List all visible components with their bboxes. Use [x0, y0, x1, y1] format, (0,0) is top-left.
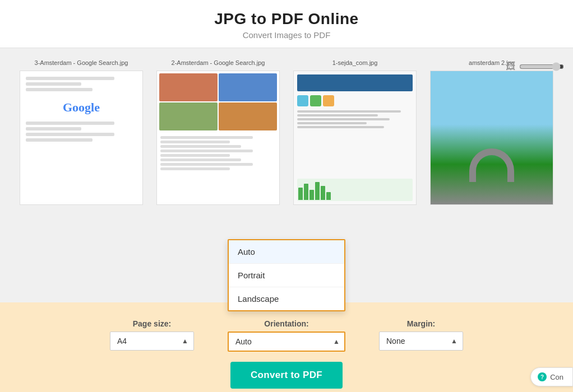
deco-line	[26, 122, 114, 125]
deco-line	[297, 126, 384, 128]
orientation-select-wrapper[interactable]: Auto Portrait Landscape Auto Portrait La…	[228, 332, 345, 352]
page-header: JPG to PDF Online Convert Images to PDF	[0, 0, 573, 48]
dropdown-option-landscape[interactable]: Landscape	[229, 287, 344, 310]
deco-icon	[310, 95, 321, 106]
page-size-group: Page size: A4 A3 Letter ▲	[110, 319, 194, 351]
orientation-group: Orientation: Auto Portrait Landscape Aut…	[228, 319, 345, 352]
margin-select-wrapper: None Small Medium Large ▲	[379, 332, 463, 351]
image-card-2: 2-Amsterdam - Google Search.jpg	[156, 59, 280, 205]
margin-group: Margin: None Small Medium Large ▲	[379, 319, 463, 351]
deco-line	[297, 118, 390, 120]
deco-graph	[297, 179, 413, 201]
dropdown-option-auto[interactable]: Auto	[229, 240, 344, 264]
deco-icon	[297, 95, 308, 106]
images-area: 3-Amsterdam - Google Search.jpg Google 2…	[0, 48, 573, 222]
con-icon: ?	[538, 372, 547, 381]
deco-header	[297, 74, 413, 91]
page-subtitle: Convert Images to PDF	[0, 30, 573, 40]
image-thumb-2[interactable]	[156, 71, 280, 205]
deco-bar	[315, 182, 320, 200]
deco-bar	[326, 192, 331, 200]
margin-select[interactable]: None Small Medium Large	[379, 332, 463, 351]
deco-line	[160, 154, 230, 157]
bottom-panel: Page size: A4 A3 Letter ▲ Orientation: A…	[0, 302, 573, 392]
con-label: Con	[550, 373, 563, 381]
deco-icon	[323, 95, 334, 106]
dropdown-option-portrait[interactable]: Portrait	[229, 264, 344, 287]
deco-line	[160, 158, 241, 161]
deco-line	[160, 145, 241, 148]
image-label-1: 3-Amsterdam - Google Search.jpg	[35, 59, 128, 66]
image-thumb-3[interactable]	[293, 71, 417, 205]
deco-img	[219, 73, 277, 101]
orientation-dropdown[interactable]: Auto Portrait Landscape	[228, 239, 345, 311]
page-size-select-wrapper: A4 A3 Letter ▲	[110, 332, 194, 351]
deco-line	[160, 141, 230, 143]
deco-img	[159, 73, 218, 101]
deco-line	[160, 150, 253, 152]
deco-line	[26, 77, 114, 80]
image-card-3: 1-sejda_com.jpg	[293, 59, 417, 205]
zoom-slider[interactable]	[519, 62, 564, 71]
controls-row: Page size: A4 A3 Letter ▲ Orientation: A…	[0, 319, 573, 352]
deco-line	[26, 88, 93, 91]
deco-line	[160, 163, 253, 166]
orientation-select[interactable]: Auto Portrait Landscape	[228, 332, 345, 352]
convert-button[interactable]: Convert to PDF	[230, 362, 343, 389]
page-size-label: Page size:	[133, 319, 171, 328]
deco-line	[297, 114, 378, 116]
deco-line	[297, 122, 367, 124]
page-title: JPG to PDF Online	[0, 10, 573, 28]
deco-line	[26, 138, 93, 142]
deco-line	[26, 133, 114, 136]
con-button[interactable]: ? Con	[530, 367, 573, 386]
deco-line	[26, 82, 81, 86]
image-card-4: amsterdam 2.jpg	[430, 59, 553, 205]
image-card-1: 3-Amsterdam - Google Search.jpg Google	[20, 59, 143, 205]
deco-line	[160, 167, 230, 170]
page-size-select[interactable]: A4 A3 Letter	[110, 332, 194, 351]
deco-line	[297, 110, 401, 113]
orientation-label: Orientation:	[264, 319, 308, 328]
image-label-2: 2-Amsterdam - Google Search.jpg	[172, 59, 265, 66]
deco-bar	[309, 190, 314, 200]
deco-bar	[304, 184, 308, 200]
image-thumb-4[interactable]	[430, 71, 553, 205]
margin-label: Margin:	[407, 319, 436, 328]
image-label-3: 1-sejda_com.jpg	[332, 59, 378, 66]
deco-line	[26, 127, 81, 130]
deco-bar	[321, 186, 325, 200]
deco-bar	[298, 188, 303, 200]
deco-line	[160, 136, 253, 139]
google-logo: Google	[26, 100, 137, 115]
deco-arch	[469, 148, 514, 182]
deco-img	[219, 102, 277, 130]
deco-img	[159, 102, 218, 130]
image-thumb-1[interactable]: Google	[20, 71, 143, 205]
